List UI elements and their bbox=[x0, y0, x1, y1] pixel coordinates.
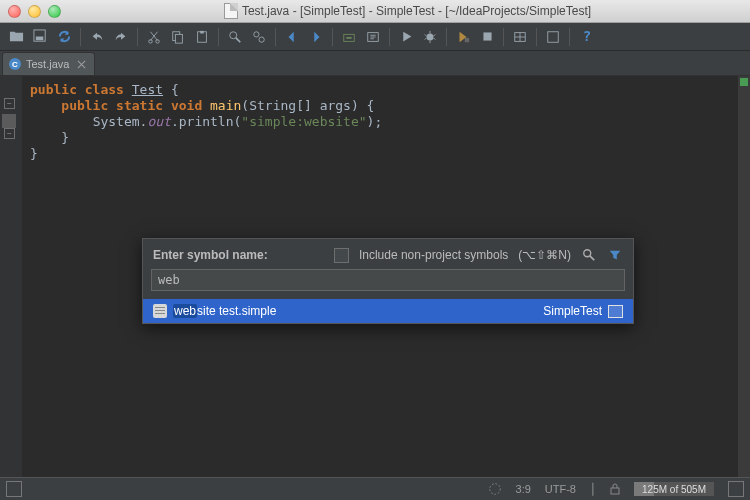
include-non-project-checkbox[interactable] bbox=[334, 248, 349, 263]
fold-minus-icon[interactable]: − bbox=[4, 98, 15, 109]
replace-button[interactable] bbox=[249, 27, 269, 47]
window-controls bbox=[8, 5, 61, 18]
shortcut-hint: (⌥⇧⌘N) bbox=[518, 248, 571, 262]
svg-point-8 bbox=[230, 31, 237, 38]
toolbar-sep bbox=[536, 28, 537, 46]
signature: (String[] args) { bbox=[241, 98, 374, 113]
brace: } bbox=[30, 130, 69, 145]
toolbar-sep bbox=[569, 28, 570, 46]
open-file-button[interactable] bbox=[6, 27, 26, 47]
undo-button[interactable] bbox=[87, 27, 107, 47]
titlebar: Test.java - [SimpleTest] - SimpleTest - … bbox=[0, 0, 750, 23]
resource-icon bbox=[153, 304, 167, 318]
popup-header: Enter symbol name: Include non-project s… bbox=[143, 239, 633, 269]
memory-indicator[interactable]: 125M of 505M bbox=[634, 482, 714, 496]
copy-button[interactable] bbox=[168, 27, 188, 47]
svg-rect-7 bbox=[200, 30, 204, 33]
java-class-icon: C bbox=[9, 58, 21, 70]
brace: { bbox=[171, 82, 179, 97]
svg-point-13 bbox=[427, 33, 434, 40]
run-with-coverage-button[interactable] bbox=[453, 27, 473, 47]
sync-button[interactable] bbox=[54, 27, 74, 47]
file-icon bbox=[224, 3, 238, 19]
back-button[interactable] bbox=[282, 27, 302, 47]
memory-text: 125M of 505M bbox=[642, 484, 706, 495]
save-all-button[interactable] bbox=[30, 27, 50, 47]
string-literal: "simple:website" bbox=[241, 114, 366, 129]
svg-rect-17 bbox=[548, 31, 559, 42]
stop-button[interactable] bbox=[477, 27, 497, 47]
field: out bbox=[147, 114, 170, 129]
toolbar-sep bbox=[446, 28, 447, 46]
toolbar-sep bbox=[503, 28, 504, 46]
main-toolbar: ? bbox=[0, 23, 750, 51]
vcs-button[interactable] bbox=[510, 27, 530, 47]
toolbar-sep bbox=[80, 28, 81, 46]
editor[interactable]: − − public class Test { public static vo… bbox=[0, 76, 750, 481]
cut-button[interactable] bbox=[144, 27, 164, 47]
result-match: web bbox=[173, 304, 197, 318]
goto-symbol-popup: Enter symbol name: Include non-project s… bbox=[142, 238, 634, 324]
svg-rect-15 bbox=[483, 32, 491, 40]
svg-rect-14 bbox=[465, 37, 469, 41]
forward-button[interactable] bbox=[306, 27, 326, 47]
toolbar-sep bbox=[332, 28, 333, 46]
search-icon[interactable] bbox=[581, 247, 597, 263]
toolbar-sep bbox=[137, 28, 138, 46]
run-button[interactable] bbox=[396, 27, 416, 47]
keyword: static bbox=[116, 98, 163, 113]
filter-icon[interactable] bbox=[607, 247, 623, 263]
debug-button[interactable] bbox=[420, 27, 440, 47]
window-title: Test.java - [SimpleTest] - SimpleTest - … bbox=[73, 3, 742, 19]
tool-windows-button[interactable] bbox=[6, 481, 22, 497]
symbol-search-input[interactable] bbox=[151, 269, 625, 291]
editor-tabs: C Test.java bbox=[0, 51, 750, 76]
punct: ); bbox=[367, 114, 383, 129]
window-title-text: Test.java - [SimpleTest] - SimpleTest - … bbox=[242, 4, 591, 18]
minimize-window-icon[interactable] bbox=[28, 5, 41, 18]
bookmark-icon[interactable] bbox=[2, 114, 16, 128]
inspection-ok-icon bbox=[740, 78, 748, 86]
paste-button[interactable] bbox=[192, 27, 212, 47]
help-button[interactable]: ? bbox=[576, 27, 596, 47]
identifier: System bbox=[93, 114, 140, 129]
error-stripe[interactable] bbox=[738, 76, 750, 481]
toolbar-sep bbox=[275, 28, 276, 46]
result-module: SimpleTest bbox=[543, 304, 602, 318]
svg-point-10 bbox=[259, 37, 264, 42]
svg-point-9 bbox=[254, 31, 259, 36]
method-call: println bbox=[179, 114, 234, 129]
result-row[interactable]: website test.simple SimpleTest bbox=[143, 299, 633, 323]
settings-button[interactable] bbox=[543, 27, 563, 47]
zoom-window-icon[interactable] bbox=[48, 5, 61, 18]
close-window-icon[interactable] bbox=[8, 5, 21, 18]
caret-position[interactable]: 3:9 bbox=[516, 483, 531, 495]
find-button[interactable] bbox=[225, 27, 245, 47]
keyword: void bbox=[171, 98, 202, 113]
popup-title: Enter symbol name: bbox=[153, 248, 268, 262]
redo-button[interactable] bbox=[111, 27, 131, 47]
tab-test-java[interactable]: C Test.java bbox=[2, 52, 95, 75]
build-button[interactable] bbox=[339, 27, 359, 47]
file-encoding[interactable]: UTF-8 bbox=[545, 483, 576, 495]
toolbar-sep bbox=[389, 28, 390, 46]
svg-point-20 bbox=[489, 484, 500, 495]
svg-text:?: ? bbox=[582, 29, 590, 44]
input-wrapper bbox=[143, 269, 633, 299]
keyword: public bbox=[61, 98, 108, 113]
status-trash-icon[interactable] bbox=[728, 481, 744, 497]
code-area[interactable]: public class Test { public static void m… bbox=[0, 76, 750, 162]
checkbox-label[interactable]: Include non-project symbols bbox=[359, 248, 508, 262]
svg-point-19 bbox=[584, 250, 591, 257]
close-tab-icon[interactable] bbox=[77, 60, 86, 69]
lock-icon[interactable] bbox=[610, 483, 620, 495]
fold-minus-icon[interactable]: − bbox=[4, 128, 15, 139]
run-config-button[interactable] bbox=[363, 27, 383, 47]
svg-rect-5 bbox=[175, 34, 182, 43]
background-tasks-icon[interactable] bbox=[488, 482, 502, 496]
keyword: public bbox=[30, 82, 77, 97]
result-text: site test.simple bbox=[197, 304, 276, 318]
keyword: class bbox=[85, 82, 124, 97]
gutter[interactable]: − − bbox=[0, 76, 22, 481]
status-bar: 3:9 UTF-8 ⎮ 125M of 505M bbox=[0, 477, 750, 500]
